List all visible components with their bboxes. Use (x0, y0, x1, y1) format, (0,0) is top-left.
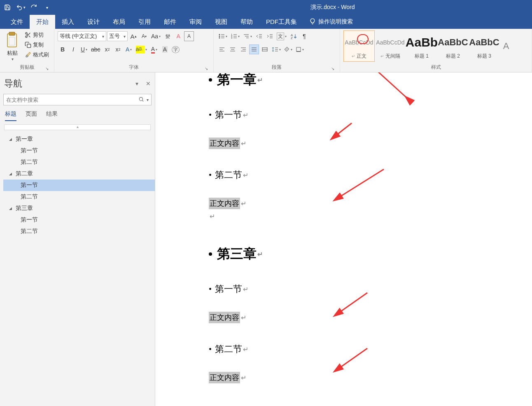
tab-review[interactable]: 审阅 (183, 15, 208, 29)
show-marks-button[interactable]: ¶ (299, 31, 309, 41)
font-size-combo[interactable]: 五号▾ (107, 31, 128, 41)
doc-empty-paragraph[interactable]: ↵ (209, 212, 532, 220)
tab-mailings[interactable]: 邮件 (157, 15, 183, 29)
shading-button[interactable]: ▾ (283, 44, 294, 54)
clipboard-dialog-launcher[interactable]: ↘ (44, 65, 50, 71)
nav-jump-bar[interactable]: ▴ (4, 124, 151, 130)
text-effects-button[interactable]: A▾ (124, 44, 134, 54)
superscript-button[interactable]: x2 (113, 44, 123, 54)
redo-button[interactable] (28, 2, 40, 13)
doc-section-heading[interactable]: •第二节↵ (209, 343, 532, 355)
style-no-spacing[interactable]: AaBbCcDd ↵ 无间隔 (375, 30, 406, 62)
strikethrough-button[interactable]: abc (90, 44, 102, 54)
paste-more-icon[interactable]: ▾ (12, 57, 14, 61)
doc-body-text[interactable]: 正文内容↵ (209, 372, 532, 383)
char-shading-button[interactable]: A (160, 44, 170, 54)
navigation-search[interactable]: ▾ (3, 94, 152, 105)
doc-chapter-heading[interactable]: 第三章↵ (209, 245, 532, 263)
tab-help[interactable]: 帮助 (234, 15, 259, 29)
clear-format-button[interactable]: A (173, 31, 183, 41)
qat-customize-button[interactable]: ▾ (41, 2, 53, 13)
format-painter-button[interactable]: 格式刷 (23, 50, 51, 59)
tree-subheading[interactable]: 第一节 (14, 145, 152, 156)
align-justify-button[interactable] (249, 44, 259, 54)
paragraph-dialog-launcher[interactable]: ↘ (330, 65, 336, 71)
increase-indent-button[interactable] (265, 31, 275, 41)
multilevel-list-button[interactable]: ▾ (242, 31, 253, 41)
highlight-button[interactable]: aꢃ▾ (135, 44, 149, 54)
tab-layout[interactable]: 布局 (106, 15, 132, 29)
style-normal[interactable]: AaBbCcDd ↵ 正文 (343, 30, 375, 62)
search-icon[interactable] (138, 96, 144, 103)
paste-icon (5, 30, 20, 49)
tab-view[interactable]: 视图 (208, 15, 234, 29)
font-name-combo[interactable]: 等线 (中文正文)▾ (58, 31, 106, 41)
doc-section-heading[interactable]: •第一节↵ (209, 283, 532, 295)
font-dialog-launcher[interactable]: ↘ (203, 65, 209, 71)
cut-button[interactable]: 剪切 (23, 30, 51, 40)
asian-layout-button[interactable]: 文▾ (275, 31, 288, 41)
decrease-indent-button[interactable] (254, 31, 264, 41)
tree-expand-icon[interactable]: ◢ (7, 172, 13, 176)
numbering-button[interactable]: 123▾ (229, 31, 241, 41)
undo-button[interactable]: ▾ (15, 2, 26, 13)
tree-subheading[interactable]: 第一节 (3, 180, 155, 191)
sort-button[interactable]: AZ (289, 31, 299, 41)
doc-section-heading[interactable]: •第一节↵ (209, 109, 532, 121)
document-area[interactable]: 第一章↵•第一节↵正文内容↵•第二节↵正文内容↵↵第三章↵•第一节↵正文内容↵•… (155, 72, 532, 406)
doc-chapter-heading[interactable]: 第一章↵ (209, 72, 532, 89)
tab-pdf-tools[interactable]: PDF工具集 (259, 15, 303, 29)
navigation-search-input[interactable] (6, 97, 138, 103)
tab-file[interactable]: 文件 (4, 15, 30, 29)
tree-expand-icon[interactable]: ◢ (7, 137, 13, 141)
enclose-char-button[interactable]: 字 (170, 44, 181, 54)
doc-section-heading[interactable]: •第二节↵ (209, 169, 532, 181)
save-button[interactable] (2, 2, 13, 13)
tree-subheading[interactable]: 第一节 (14, 214, 152, 226)
align-right-button[interactable] (238, 44, 248, 54)
change-case-button[interactable]: Aa▾ (150, 31, 162, 41)
tree-subheading[interactable]: 第二节 (14, 191, 152, 203)
tab-insert[interactable]: 插入 (55, 15, 81, 29)
style-heading3[interactable]: AaBbC 标题 3 (469, 30, 500, 62)
tree-heading[interactable]: ◢第三章 (3, 203, 152, 214)
nav-tab-headings[interactable]: 标题 (5, 110, 16, 121)
nav-close-button[interactable]: ✕ (146, 80, 151, 87)
style-more[interactable]: A (500, 30, 512, 62)
tell-me-search[interactable]: 操作说明搜索 (303, 15, 359, 29)
underline-button[interactable]: U▾ (79, 44, 89, 54)
italic-button[interactable]: I (68, 44, 78, 54)
doc-body-text[interactable]: 正文内容↵ (209, 198, 532, 209)
search-options-icon[interactable]: ▾ (147, 98, 149, 102)
tab-design[interactable]: 设计 (81, 15, 106, 29)
bold-button[interactable]: B (58, 44, 68, 54)
copy-button[interactable]: 复制 (23, 40, 51, 49)
align-left-button[interactable] (217, 44, 227, 54)
paste-button[interactable]: 粘贴 ▾ (3, 30, 21, 61)
nav-options-button[interactable]: ▾ (135, 80, 138, 87)
align-center-button[interactable] (228, 44, 238, 54)
font-color-button[interactable]: A▾ (149, 44, 159, 54)
phonetic-guide-button[interactable]: 變 (163, 31, 173, 41)
nav-tab-pages[interactable]: 页面 (26, 110, 37, 121)
style-heading1[interactable]: AaBb 标题 1 (406, 30, 437, 62)
tree-subheading[interactable]: 第二节 (14, 226, 152, 237)
tree-heading[interactable]: ◢第一章 (3, 133, 152, 145)
borders-button[interactable]: ▾ (294, 44, 305, 54)
line-spacing-button[interactable]: ▾ (271, 44, 282, 54)
nav-tab-results[interactable]: 结果 (46, 110, 58, 121)
increase-font-button[interactable]: A▴ (128, 31, 138, 41)
distribute-button[interactable] (260, 44, 270, 54)
tree-heading[interactable]: ◢第二章 (3, 168, 152, 180)
style-heading2[interactable]: AaBbC 标题 2 (437, 30, 469, 62)
tree-expand-icon[interactable]: ◢ (7, 206, 13, 210)
bullets-button[interactable]: ▾ (217, 31, 229, 41)
tab-home[interactable]: 开始 (30, 15, 55, 29)
decrease-font-button[interactable]: A▾ (139, 31, 149, 41)
char-border-button[interactable]: A (184, 31, 194, 41)
doc-body-text[interactable]: 正文内容↵ (209, 138, 532, 149)
subscript-button[interactable]: x2 (103, 44, 112, 54)
tab-references[interactable]: 引用 (132, 15, 157, 29)
doc-body-text[interactable]: 正文内容↵ (209, 312, 532, 323)
tree-subheading[interactable]: 第二节 (14, 156, 152, 168)
